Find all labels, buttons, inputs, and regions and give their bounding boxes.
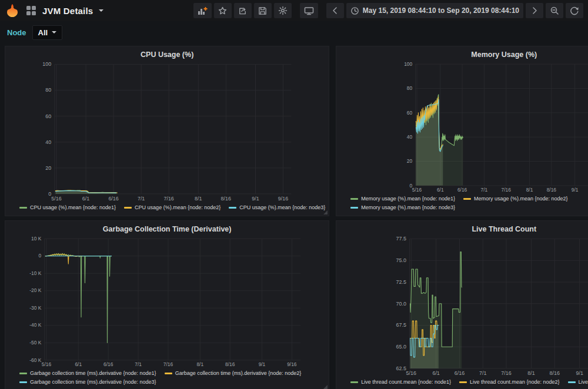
y-tick-label: 65.0 xyxy=(396,344,406,350)
x-tick-label: 7/1 xyxy=(481,187,488,193)
y-tick-label: 20 xyxy=(45,165,51,171)
panel-title[interactable]: Memory Usage (%) xyxy=(340,49,588,61)
x-tick-label: 6/1 xyxy=(75,361,82,367)
live-thread-count-plot[interactable]: 62.565.067.570.072.575.077.55/166/16/167… xyxy=(340,235,588,377)
time-back-button[interactable] xyxy=(326,3,344,18)
legend-series-color xyxy=(19,373,27,374)
panel-live-thread-count: Live Thread Count 62.565.067.570.072.575… xyxy=(336,220,588,389)
x-tick-label: 9/16 xyxy=(287,361,297,367)
y-tick-label: 60 xyxy=(45,113,51,119)
legend-item[interactable]: Garbage collection time (ms).derivative … xyxy=(19,369,156,378)
refresh-button[interactable] xyxy=(566,3,583,18)
dashboard-title[interactable]: JVM Details xyxy=(42,6,93,16)
legend-series-color xyxy=(459,381,467,383)
x-tick-label: 7/1 xyxy=(138,196,145,202)
x-tick-label: 8/16 xyxy=(550,370,560,376)
legend-item[interactable]: Live thread count.mean {node: node1} xyxy=(350,378,451,387)
settings-button[interactable] xyxy=(274,3,292,18)
legend-series-color xyxy=(19,207,27,209)
x-tick-label: 8/16 xyxy=(225,361,235,367)
legend-series-color xyxy=(124,207,132,209)
top-nav: JVM Details xyxy=(0,0,588,21)
legend-series-color xyxy=(350,198,358,200)
add-panel-icon xyxy=(198,6,208,15)
y-tick-label: 100 xyxy=(405,61,413,67)
y-tick-label: 77.5 xyxy=(396,236,406,242)
x-tick-label: 9/1 xyxy=(576,370,583,376)
live-thread-count-legend: Live thread count.mean {node: node1}Live… xyxy=(340,377,588,387)
x-tick-label: 9/1 xyxy=(259,361,266,367)
y-tick-label: 70.0 xyxy=(396,301,406,307)
legend-series-color xyxy=(229,207,236,209)
time-forward-button[interactable] xyxy=(526,3,543,18)
legend-item[interactable]: Garbage collection time (ms).derivative … xyxy=(165,369,302,378)
panel-title[interactable]: Garbage Collection Time (Derivative) xyxy=(9,223,325,235)
x-tick-label: 6/1 xyxy=(437,187,444,193)
panel-resize-handle[interactable] xyxy=(323,210,328,214)
tv-monitor-icon xyxy=(304,6,314,15)
legend-series-label: Live thread count.mean {node: node1} xyxy=(361,378,451,387)
legend-series-label: Garbage collection time (ms).derivative … xyxy=(30,378,156,387)
y-tick-label: 62.5 xyxy=(396,365,406,371)
x-tick-label: 6/16 xyxy=(455,370,465,376)
add-panel-button[interactable] xyxy=(193,3,212,18)
legend-series-color xyxy=(350,381,358,383)
legend-item[interactable]: Live thread count.mean {node: node3} xyxy=(568,378,588,387)
caret-down-icon xyxy=(52,31,56,33)
x-tick-label: 9/1 xyxy=(572,187,579,193)
grafana-logo[interactable] xyxy=(5,3,20,18)
legend-item[interactable]: Memory usage (%).mean {node: node2} xyxy=(463,195,568,203)
x-tick-label: 5/16 xyxy=(42,361,52,367)
legend-item[interactable]: Live thread count.mean {node: node2} xyxy=(459,378,560,387)
panel-resize-handle[interactable] xyxy=(323,385,328,389)
legend-item[interactable]: Garbage collection time (ms).derivative … xyxy=(19,378,156,387)
y-tick-label: 72.5 xyxy=(396,279,406,285)
star-button[interactable] xyxy=(214,3,232,18)
y-tick-label: -40 K xyxy=(29,322,41,328)
x-tick-label: 6/16 xyxy=(108,196,118,202)
gc-time-plot[interactable]: 10 K0-10 K-20 K-30 K-40 K-50 K-60 K5/166… xyxy=(9,235,325,368)
legend-series-label: CPU usage (%).mean {node: node1} xyxy=(30,203,116,212)
share-button[interactable] xyxy=(234,3,252,18)
x-tick-label: 6/1 xyxy=(82,196,89,202)
caret-down-icon[interactable] xyxy=(99,9,103,12)
panel-title[interactable]: CPU Usage (%) xyxy=(9,49,325,61)
y-tick-label: 67.5 xyxy=(396,322,406,328)
share-icon xyxy=(238,6,247,15)
cycle-view-button[interactable] xyxy=(300,3,318,18)
variable-value-dropdown[interactable]: All xyxy=(32,25,63,40)
memory-usage-plot[interactable]: 0204060801005/166/16/167/17/168/18/169/1… xyxy=(340,61,588,194)
panel-memory-usage: Memory Usage (%) 0204060801005/166/16/16… xyxy=(336,46,588,216)
cpu-usage-plot[interactable]: 0204060801005/166/16/167/17/168/18/169/1… xyxy=(9,61,325,203)
chevron-right-icon xyxy=(531,6,538,15)
legend-item[interactable]: CPU usage (%).mean {node: node3} xyxy=(229,203,325,212)
x-tick-label: 7/16 xyxy=(163,196,173,202)
x-tick-label: 6/1 xyxy=(433,370,440,376)
legend-item[interactable]: Memory usage (%).mean {node: node1} xyxy=(350,195,455,203)
zoom-out-button[interactable] xyxy=(546,3,563,18)
variable-value-text: All xyxy=(38,28,48,37)
y-tick-label: -10 K xyxy=(29,270,41,276)
legend-series-color xyxy=(568,381,576,383)
y-tick-label: 80 xyxy=(45,87,51,93)
save-button[interactable] xyxy=(254,3,272,18)
legend-item[interactable]: CPU usage (%).mean {node: node2} xyxy=(124,203,220,212)
x-tick-label: 5/16 xyxy=(412,187,422,193)
x-tick-label: 7/16 xyxy=(163,361,173,367)
x-tick-label: 8/1 xyxy=(196,361,203,367)
x-tick-label: 7/16 xyxy=(502,370,512,376)
submenu-bar: Node All xyxy=(0,21,588,43)
legend-series-color xyxy=(350,207,358,209)
legend-item[interactable]: CPU usage (%).mean {node: node1} xyxy=(19,203,116,212)
legend-series-label: Memory usage (%).mean {node: node1} xyxy=(361,195,455,203)
gear-icon xyxy=(278,6,288,15)
memory-usage-legend: Memory usage (%).mean {node: node1}Memor… xyxy=(340,194,588,213)
gc-time-legend: Garbage collection time (ms).derivative … xyxy=(9,368,325,387)
y-tick-label: 100 xyxy=(42,61,51,67)
legend-series-color xyxy=(19,381,27,383)
dashboards-grid-icon[interactable] xyxy=(26,5,36,16)
time-range-button[interactable]: May 15, 2019 08:44:10 to Sep 20, 2019 08… xyxy=(346,3,523,18)
legend-item[interactable]: Memory usage (%).mean {node: node3} xyxy=(350,203,455,212)
legend-series-color xyxy=(165,373,172,374)
panel-title[interactable]: Live Thread Count xyxy=(340,223,588,235)
